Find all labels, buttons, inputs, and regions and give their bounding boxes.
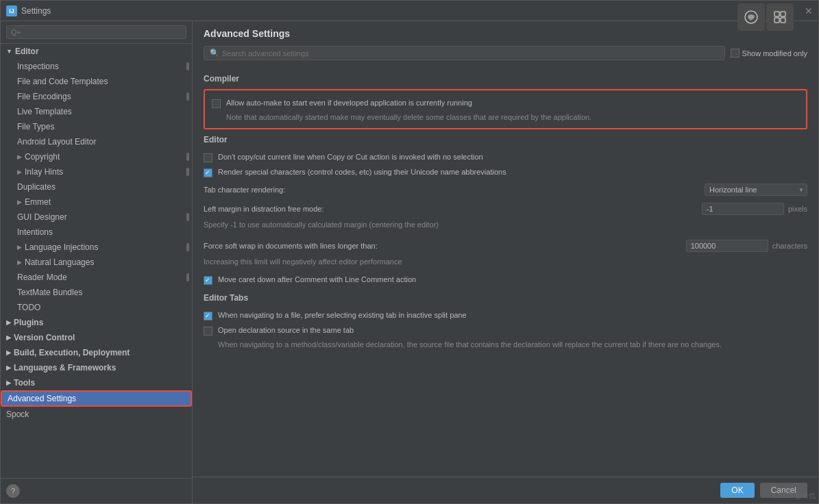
build-chevron-icon: ▶	[6, 349, 11, 356]
prefer-existing-checkbox[interactable]	[204, 312, 212, 320]
version-control-chevron-icon: ▶	[6, 334, 11, 341]
tools-chevron-icon: ▶	[6, 379, 11, 386]
sidebar-item-copyright[interactable]: ▶ Copyright	[1, 149, 192, 164]
intentions-label: Intentions	[17, 227, 53, 237]
file-code-templates-label: File and Code Templates	[17, 77, 108, 86]
tab-rendering-row: Tab character rendering: Horizontal line…	[204, 180, 807, 199]
no-copy-setting-row: Don't copy/cut current line when Copy or…	[204, 150, 807, 165]
sidebar-item-spock[interactable]: Spock	[1, 407, 192, 422]
ok-button[interactable]: OK	[720, 483, 754, 498]
sidebar-item-advanced-settings[interactable]: Advanced Settings	[1, 390, 192, 407]
svg-rect-1	[774, 12, 779, 16]
sidebar-section-plugins[interactable]: ▶ Plugins	[1, 315, 192, 330]
prefer-existing-label: When navigating to a file, prefer select…	[218, 311, 807, 319]
sidebar-item-intentions[interactable]: Intentions	[1, 225, 192, 240]
show-modified-toggle[interactable]: Show modified only	[731, 49, 807, 58]
window-title: Settings	[21, 6, 51, 16]
inspections-label: Inspections	[17, 62, 59, 71]
settings-window: IJ Settings ✕ ▼ Editor I	[0, 0, 819, 504]
language-injections-chevron-icon: ▶	[17, 244, 22, 251]
no-copy-checkbox[interactable]	[204, 153, 212, 162]
window-controls: ✕	[805, 5, 813, 16]
sidebar-search-input[interactable]	[6, 25, 186, 39]
tools-label: Tools	[14, 378, 35, 388]
title-bar: IJ Settings ✕	[1, 1, 818, 21]
sidebar-section-build[interactable]: ▶ Build, Execution, Deployment	[1, 345, 192, 360]
watermark: CSDN @奇也	[774, 491, 816, 501]
left-margin-input[interactable]	[702, 203, 784, 215]
version-control-label: Version Control	[14, 333, 75, 342]
force-wrap-value-wrapper: characters	[686, 240, 807, 252]
inlay-hints-label: Inlay Hints	[25, 167, 63, 177]
sidebar-item-live-templates[interactable]: Live Templates	[1, 104, 192, 119]
close-window-button[interactable]: ✕	[805, 5, 813, 16]
move-caret-setting-row: Move caret down after Comment with Line …	[204, 273, 807, 288]
tab-rendering-select-wrapper: Horizontal line Arrow None	[705, 184, 807, 196]
plugins-label: Plugins	[14, 318, 43, 327]
panel-title: Advanced Settings	[204, 28, 290, 39]
language-injections-scroll-indicator	[186, 243, 189, 251]
sidebar-section-languages[interactable]: ▶ Languages & Frameworks	[1, 360, 192, 375]
help-button[interactable]: ?	[6, 484, 20, 498]
sidebar-item-reader-mode[interactable]: Reader Mode	[1, 270, 192, 285]
sidebar-item-inlay-hints[interactable]: ▶ Inlay Hints	[1, 164, 192, 179]
natural-languages-label: Natural Languages	[25, 257, 94, 267]
sidebar-section-version-control[interactable]: ▶ Version Control	[1, 330, 192, 345]
render-special-checkbox[interactable]	[204, 168, 212, 177]
sidebar-item-inspections[interactable]: Inspections	[1, 59, 192, 74]
force-wrap-label: Force soft wrap in documents with lines …	[204, 242, 686, 250]
panel-search-bar: 🔍	[204, 46, 725, 60]
chat-action-button[interactable]	[737, 3, 765, 31]
sidebar-item-file-types[interactable]: File Types	[1, 119, 192, 134]
editor-chevron-icon: ▼	[6, 48, 12, 55]
panel-search-input[interactable]	[222, 49, 719, 58]
sidebar: ▼ Editor Inspections File and Code Templ…	[1, 21, 193, 503]
copyright-scroll-indicator	[186, 153, 189, 161]
auto-make-checkbox[interactable]	[212, 99, 221, 108]
panel-header: Advanced Settings	[193, 21, 818, 43]
open-declaration-checkbox[interactable]	[204, 327, 212, 336]
compiler-section-title: Compiler	[204, 74, 807, 84]
left-margin-unit: pixels	[788, 205, 807, 213]
search-icon: 🔍	[210, 49, 219, 58]
emmet-label: Emmet	[25, 197, 51, 207]
sidebar-item-emmet[interactable]: ▶ Emmet	[1, 194, 192, 210]
languages-chevron-icon: ▶	[6, 364, 11, 371]
show-modified-label: Show modified only	[742, 49, 807, 58]
sidebar-section-tools[interactable]: ▶ Tools	[1, 375, 192, 390]
svg-rect-2	[781, 12, 785, 16]
natural-languages-chevron-icon: ▶	[17, 259, 22, 266]
sidebar-section-editor[interactable]: ▼ Editor	[1, 44, 192, 59]
move-caret-checkbox[interactable]	[204, 276, 212, 285]
spock-label: Spock	[6, 410, 29, 419]
sidebar-item-android-layout-editor[interactable]: Android Layout Editor	[1, 134, 192, 149]
tab-rendering-select[interactable]: Horizontal line Arrow None	[705, 184, 807, 196]
sidebar-item-duplicates[interactable]: Duplicates	[1, 179, 192, 194]
tab-rendering-value-wrapper: Horizontal line Arrow None	[705, 184, 807, 196]
copyright-label: Copyright	[25, 152, 60, 162]
left-margin-value-wrapper: pixels	[702, 203, 807, 215]
sidebar-item-natural-languages[interactable]: ▶ Natural Languages	[1, 255, 192, 270]
sidebar-item-gui-designer[interactable]: GUI Designer	[1, 210, 192, 225]
sidebar-item-file-code-templates[interactable]: File and Code Templates	[1, 74, 192, 89]
sidebar-item-language-injections[interactable]: ▶ Language Injections	[1, 240, 192, 255]
prefer-existing-setting-row: When navigating to a file, prefer select…	[204, 308, 807, 323]
left-margin-note: Specify -1 to use automatically calculat…	[204, 220, 807, 230]
force-wrap-input[interactable]	[686, 240, 768, 252]
sidebar-item-textmate-bundles[interactable]: TextMate Bundles	[1, 285, 192, 300]
layout-action-button[interactable]	[766, 3, 794, 31]
language-injections-label: Language Injections	[25, 242, 98, 252]
sidebar-item-todo[interactable]: TODO	[1, 300, 192, 315]
sidebar-search-bar	[1, 21, 192, 44]
show-modified-checkbox[interactable]	[731, 49, 739, 58]
editor-tabs-section-title: Editor Tabs	[204, 293, 807, 303]
inlay-hints-chevron-icon: ▶	[17, 168, 22, 175]
sidebar-scroll[interactable]: ▼ Editor Inspections File and Code Templ…	[1, 44, 192, 478]
svg-rect-3	[774, 18, 779, 23]
sidebar-item-file-encodings[interactable]: File Encodings	[1, 89, 192, 104]
main-content: ▼ Editor Inspections File and Code Templ…	[1, 21, 818, 503]
live-templates-label: Live Templates	[17, 107, 72, 116]
panel-toolbar: 🔍 Show modified only	[193, 43, 818, 63]
right-panel: Advanced Settings 🔍 Show modified only C…	[193, 21, 818, 503]
sidebar-footer: ?	[1, 478, 192, 503]
